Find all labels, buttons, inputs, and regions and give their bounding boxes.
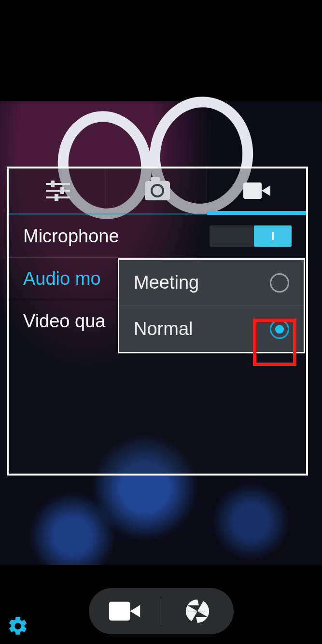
- video-icon: [109, 602, 140, 620]
- option-label: Meeting: [134, 272, 199, 293]
- shutter-button[interactable]: [161, 597, 234, 625]
- toggle-on-indicator: I: [271, 229, 275, 243]
- settings-tabs: [9, 168, 306, 213]
- camera-bottom-bar: [0, 586, 322, 644]
- video-icon: [243, 182, 270, 199]
- record-video-button[interactable]: [89, 603, 161, 619]
- audio-mode-option-meeting[interactable]: Meeting: [119, 260, 304, 306]
- tab-general[interactable]: [9, 168, 108, 213]
- tab-photo[interactable]: [108, 168, 208, 213]
- tab-underline: [9, 213, 306, 215]
- audio-mode-label: Audio mo: [23, 268, 101, 289]
- shutter-icon: [183, 597, 211, 625]
- tab-video[interactable]: [207, 168, 306, 213]
- toggle-knob: I: [254, 225, 292, 247]
- mode-switch-pill: [89, 588, 234, 634]
- annotation-highlight-box: [253, 319, 296, 366]
- sliders-icon: [46, 181, 70, 200]
- setting-row-microphone[interactable]: Microphone I: [9, 215, 306, 258]
- microphone-label: Microphone: [23, 226, 119, 247]
- microphone-toggle[interactable]: I: [210, 225, 292, 247]
- camera-icon: [145, 181, 170, 200]
- settings-button[interactable]: [7, 615, 29, 637]
- gear-icon: [7, 615, 29, 637]
- option-label: Normal: [134, 319, 193, 339]
- radio-unchecked-icon: [270, 273, 289, 293]
- video-quality-label: Video qua: [23, 311, 105, 332]
